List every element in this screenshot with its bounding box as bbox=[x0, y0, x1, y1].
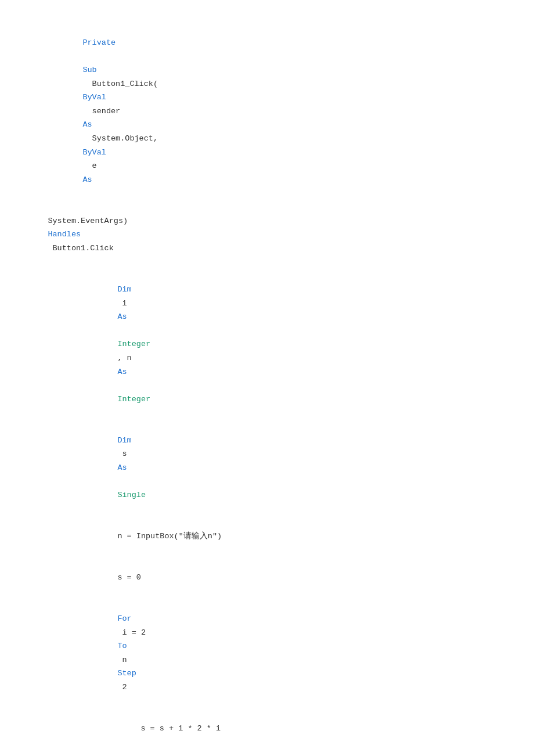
code-line: n = InputBox("请输入n") bbox=[29, 516, 511, 557]
code-line: Next bbox=[29, 749, 511, 756]
code-line: For i = 2 To n Step 2 bbox=[29, 598, 511, 708]
code-line: Dim s As Single bbox=[29, 420, 511, 516]
code-line: s = 0 bbox=[29, 557, 511, 598]
code-line: Private Sub Button1_Click( ByVal sender … bbox=[29, 22, 511, 200]
code-line: s = s + i * 2 * i bbox=[29, 708, 511, 749]
code-line: Dim i As Integer , n As Integer bbox=[29, 269, 511, 420]
top-code-block: Private Sub Button1_Click( ByVal sender … bbox=[23, 22, 511, 756]
code-line: System.EventArgs) Handles Button1.Click bbox=[29, 200, 511, 269]
